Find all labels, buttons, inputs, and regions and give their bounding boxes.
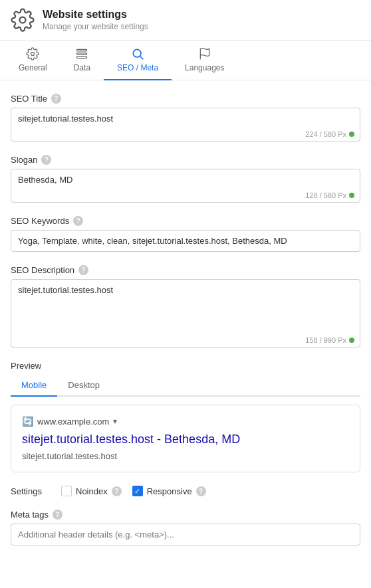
seo-title-input[interactable]	[11, 108, 360, 129]
tab-data-label: Data	[74, 63, 90, 72]
svg-rect-3	[77, 53, 87, 55]
responsive-help-icon[interactable]: ?	[196, 486, 206, 496]
meta-tags-label-row: Meta tags ?	[11, 510, 360, 520]
preview-url-text: www.example.com	[37, 417, 109, 427]
noindex-checkbox[interactable]	[61, 486, 72, 496]
meta-tags-help-icon[interactable]: ?	[53, 510, 62, 520]
preview-title: Preview	[11, 361, 360, 371]
svg-line-6	[140, 56, 144, 60]
seo-title-input-wrapper: 224 / 580 Px	[11, 108, 360, 142]
meta-tags-input[interactable]	[11, 524, 360, 545]
meta-tags-section: Meta tags ?	[11, 510, 360, 545]
slogan-status-dot	[349, 193, 354, 198]
responsive-group: ✓ Responsive ?	[132, 486, 206, 496]
seo-description-label-row: SEO Description ?	[11, 265, 360, 275]
seo-title-meta: 224 / 580 Px	[11, 129, 360, 141]
preview-site-title: sitejet.tutorial.testes.host - Bethesda,…	[22, 432, 349, 447]
preview-section: Preview Mobile Desktop 🔄 www.example.com…	[11, 361, 360, 472]
page-title: Website settings	[43, 9, 148, 21]
seo-title-status-dot	[349, 132, 354, 137]
settings-row: Settings Noindex ? ✓ Responsive ?	[11, 486, 360, 496]
tab-general[interactable]: General	[5, 41, 61, 80]
slogan-input[interactable]	[11, 169, 360, 190]
responsive-checkbox[interactable]: ✓	[132, 486, 143, 496]
tab-data[interactable]: Data	[61, 41, 104, 80]
noindex-help-icon[interactable]: ?	[112, 486, 122, 496]
page-subtitle: Manage your website settings	[43, 22, 148, 31]
seo-title-help-icon[interactable]: ?	[51, 94, 61, 104]
seo-description-textarea[interactable]: sitejet.tutorial.testes.host	[11, 280, 360, 333]
tab-seo[interactable]: SEO / Meta	[104, 41, 172, 80]
seo-description-group: SEO Description ? sitejet.tutorial.teste…	[11, 265, 360, 347]
seo-description-meta: 158 / 990 Px	[11, 335, 360, 347]
svg-rect-4	[77, 56, 87, 58]
data-icon	[75, 47, 88, 60]
tab-seo-label: SEO / Meta	[117, 63, 158, 72]
tab-languages[interactable]: Languages	[172, 41, 237, 80]
preview-url-row: 🔄 www.example.com ▾	[22, 416, 349, 427]
seo-description-input-wrapper: sitejet.tutorial.testes.host 158 / 990 P…	[11, 279, 360, 347]
slogan-input-wrapper: 128 / 580 Px	[11, 169, 360, 203]
slogan-help-icon[interactable]: ?	[41, 155, 51, 165]
preview-tab-mobile[interactable]: Mobile	[11, 376, 57, 397]
seo-title-label-row: SEO Title ?	[11, 94, 360, 104]
seo-keywords-input[interactable]	[11, 230, 360, 252]
svg-point-0	[20, 17, 26, 23]
seo-keywords-group: SEO Keywords ?	[11, 216, 360, 252]
globe-icon: 🔄	[22, 416, 33, 427]
seo-keywords-help-icon[interactable]: ?	[73, 216, 83, 226]
gear-icon	[26, 47, 39, 60]
noindex-label: Noindex	[76, 486, 108, 496]
page-header: Website settings Manage your website set…	[0, 0, 371, 41]
svg-point-1	[31, 52, 35, 56]
slogan-meta: 128 / 580 Px	[11, 190, 360, 202]
seo-title-label: SEO Title	[11, 94, 47, 104]
tab-languages-label: Languages	[185, 63, 224, 72]
preview-url-chevron: ▾	[113, 417, 117, 426]
seo-keywords-label-row: SEO Keywords ?	[11, 216, 360, 226]
seo-title-group: SEO Title ? 224 / 580 Px	[11, 94, 360, 142]
seo-keywords-label: SEO Keywords	[11, 216, 69, 226]
header-text: Website settings Manage your website set…	[43, 9, 148, 31]
preview-box: 🔄 www.example.com ▾ sitejet.tutorial.tes…	[11, 405, 360, 472]
main-content: SEO Title ? 224 / 580 Px Slogan ? 128 / …	[0, 80, 371, 572]
tab-general-label: General	[19, 63, 47, 72]
meta-tags-label: Meta tags	[11, 510, 49, 520]
noindex-group: Noindex ?	[61, 486, 122, 496]
preview-description: sitejet.tutorial.testes.host	[22, 451, 349, 461]
settings-gear-icon	[11, 8, 35, 32]
seo-description-status-dot	[349, 338, 354, 343]
flag-icon	[198, 47, 211, 60]
svg-rect-2	[77, 49, 87, 51]
responsive-label: Responsive	[147, 486, 192, 496]
slogan-label-row: Slogan ?	[11, 155, 360, 165]
seo-description-label: SEO Description	[11, 265, 74, 275]
seo-description-help-icon[interactable]: ?	[78, 265, 88, 275]
nav-tabs: General Data SEO / Meta Languages	[0, 41, 371, 80]
search-icon	[131, 47, 144, 60]
slogan-label: Slogan	[11, 155, 37, 165]
settings-label: Settings	[11, 486, 51, 496]
preview-tab-desktop[interactable]: Desktop	[57, 376, 110, 397]
preview-tabs: Mobile Desktop	[11, 376, 360, 397]
svg-point-5	[133, 49, 141, 57]
slogan-group: Slogan ? 128 / 580 Px	[11, 155, 360, 203]
